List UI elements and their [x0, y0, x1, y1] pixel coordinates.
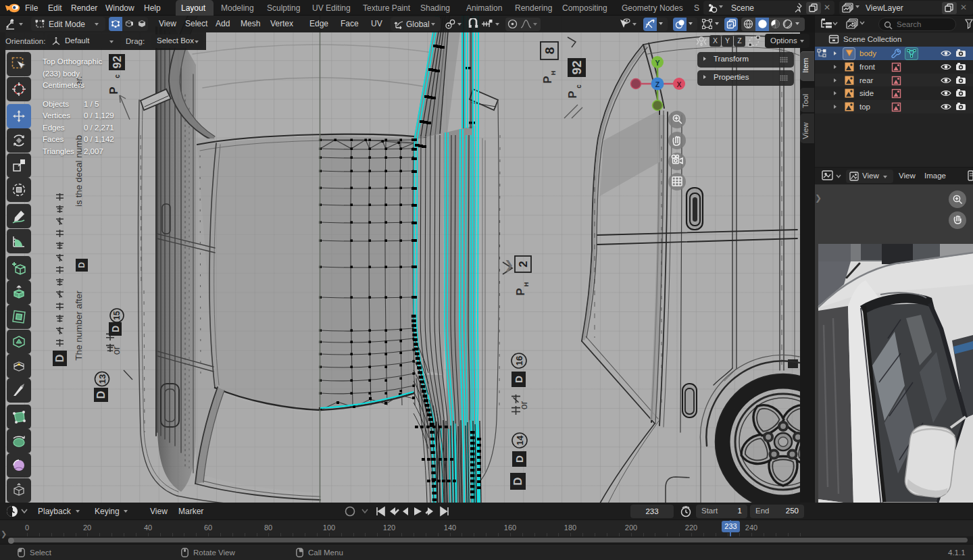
svg-text:Z: Z — [655, 80, 660, 88]
svg-text:Y: Y — [655, 59, 659, 67]
svg-text:X: X — [676, 80, 681, 88]
